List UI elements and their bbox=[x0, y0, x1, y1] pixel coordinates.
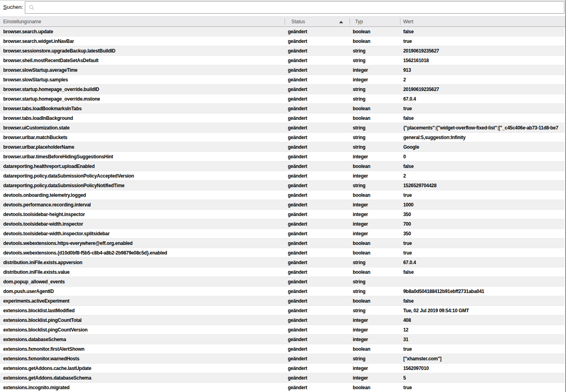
pref-type: boolean bbox=[350, 298, 400, 304]
table-row[interactable]: experiments.activeExperiment geändert bo… bbox=[0, 296, 564, 306]
table-row[interactable]: distribution.iniFile.exists.value geände… bbox=[0, 267, 564, 277]
table-row[interactable]: browser.uiCustomization.state geändert s… bbox=[0, 123, 564, 133]
table-row[interactable]: datareporting.policy.dataSubmissionPolic… bbox=[0, 171, 564, 181]
table-row[interactable]: extensions.databaseSchema geändert integ… bbox=[0, 335, 564, 344]
table-row[interactable]: extensions.blocklist.pingCountVersion ge… bbox=[0, 325, 564, 335]
pref-value: {"placements":{"widget-overflow-fixed-li… bbox=[400, 125, 564, 131]
pref-type: boolean bbox=[350, 385, 400, 390]
table-row[interactable]: browser.urlbar.timesBeforeHidingSuggesti… bbox=[0, 152, 564, 162]
pref-status: geändert bbox=[285, 308, 350, 313]
pref-type: string bbox=[350, 144, 400, 150]
search-box[interactable] bbox=[25, 1, 564, 14]
pref-type: integer bbox=[350, 202, 400, 208]
pref-type: integer bbox=[350, 337, 400, 342]
column-header-typ[interactable]: Typ bbox=[350, 17, 400, 26]
pref-status: geändert bbox=[285, 279, 350, 285]
pref-value: 0 bbox=[400, 154, 564, 160]
pref-status: geändert bbox=[285, 183, 350, 188]
pref-status: geändert bbox=[285, 135, 350, 140]
table-row[interactable]: browser.shell.mostRecentDateSetAsDefault… bbox=[0, 56, 564, 65]
table-row[interactable]: extensions.fxmonitor.firstAlertShown geä… bbox=[0, 344, 564, 354]
pref-name: extensions.getAddons.cache.lastUpdate bbox=[0, 366, 285, 371]
pref-value: Google bbox=[400, 144, 564, 150]
pref-value: 20190619235627 bbox=[400, 48, 564, 54]
pref-value: 9b8a0d504188412b91ebff2731aba041 bbox=[400, 289, 564, 294]
table-row[interactable]: extensions.getAddons.databaseSchema geän… bbox=[0, 373, 564, 383]
column-header-wert[interactable]: Wert bbox=[400, 17, 564, 26]
table-row[interactable]: devtools.webextensions.{d10d0bf8-f5b5-c8… bbox=[0, 248, 564, 258]
column-header-label: Wert bbox=[403, 19, 413, 24]
pref-type: boolean bbox=[350, 346, 400, 352]
table-row[interactable]: devtools.onboarding.telemetry.logged geä… bbox=[0, 190, 564, 200]
table-row[interactable]: browser.search.widget.inNavBar geändert … bbox=[0, 36, 564, 46]
about-config-page: Suchen: Einstellungsname Status Typ Wert… bbox=[0, 0, 566, 392]
pref-name: dom.push.userAgentID bbox=[0, 289, 285, 294]
pref-type: integer bbox=[350, 154, 400, 160]
table-row[interactable]: browser.sessionstore.upgradeBackup.lates… bbox=[0, 46, 564, 56]
pref-status: geändert bbox=[285, 154, 350, 160]
pref-type: integer bbox=[350, 67, 400, 73]
column-separator bbox=[285, 18, 285, 25]
pref-status: geändert bbox=[285, 317, 350, 323]
table-row[interactable]: browser.search.update geändert boolean f… bbox=[0, 27, 564, 36]
pref-status: geändert bbox=[285, 144, 350, 150]
table-row[interactable]: dom.popup_allowed_events geändert string bbox=[0, 277, 564, 287]
pref-status: geändert bbox=[285, 125, 350, 131]
table-row[interactable]: browser.tabs.loadInBackground geändert b… bbox=[0, 113, 564, 123]
pref-status: geändert bbox=[285, 289, 350, 294]
pref-status: geändert bbox=[285, 202, 350, 208]
table-row[interactable]: extensions.fxmonitor.warnedHosts geänder… bbox=[0, 354, 564, 364]
search-toolbar: Suchen: bbox=[0, 0, 566, 16]
pref-value: 20190619235627 bbox=[400, 87, 564, 92]
pref-name: extensions.incognito.migrated bbox=[0, 385, 285, 390]
column-header-einstellungsname[interactable]: Einstellungsname bbox=[0, 17, 285, 26]
column-separator bbox=[350, 18, 350, 25]
pref-status: geändert bbox=[285, 337, 350, 342]
table-row[interactable]: extensions.blocklist.lastModified geände… bbox=[0, 306, 564, 315]
table-row[interactable]: browser.startup.homepage_override.buildI… bbox=[0, 85, 564, 94]
pref-value: 408 bbox=[400, 317, 564, 323]
pref-value: 67.0.4 bbox=[400, 260, 564, 265]
table-row[interactable]: distribution.iniFile.exists.appversion g… bbox=[0, 258, 564, 267]
table-row[interactable]: dom.push.userAgentID geändert string 9b8… bbox=[0, 287, 564, 296]
pref-value: 1562097010 bbox=[400, 366, 564, 371]
table-row[interactable]: devtools.toolsidebar-width.inspector geä… bbox=[0, 219, 564, 229]
pref-type: string bbox=[350, 135, 400, 140]
pref-name: devtools.toolsidebar-width.inspector.spl… bbox=[0, 231, 285, 236]
table-row[interactable]: devtools.performance.recording.interval … bbox=[0, 200, 564, 210]
table-row[interactable]: browser.slowStartup.averageTime geändert… bbox=[0, 65, 564, 75]
pref-name: devtools.webextensions.{d10d0bf8-f5b5-c8… bbox=[0, 250, 285, 256]
pref-name: browser.uiCustomization.state bbox=[0, 125, 285, 131]
table-row[interactable]: extensions.incognito.migrated geändert b… bbox=[0, 383, 564, 392]
pref-value: 700 bbox=[400, 221, 564, 227]
pref-name: datareporting.policy.dataSubmissionPolic… bbox=[0, 173, 285, 179]
table-row[interactable]: browser.startup.homepage_override.mstone… bbox=[0, 94, 564, 104]
table-row[interactable]: browser.urlbar.placeholderName geändert … bbox=[0, 142, 564, 152]
pref-status: geändert bbox=[285, 29, 350, 34]
search-input[interactable] bbox=[25, 2, 564, 13]
pref-name: browser.sessionstore.upgradeBackup.lates… bbox=[0, 48, 285, 54]
pref-name: browser.startup.homepage_override.mstone bbox=[0, 96, 285, 102]
pref-type: integer bbox=[350, 173, 400, 179]
pref-type: boolean bbox=[350, 164, 400, 169]
table-row[interactable]: extensions.getAddons.cache.lastUpdate ge… bbox=[0, 364, 564, 373]
pref-name: extensions.blocklist.pingCountVersion bbox=[0, 327, 285, 333]
pref-value: 5 bbox=[400, 375, 564, 381]
table-row[interactable]: browser.urlbar.matchBuckets geändert str… bbox=[0, 133, 564, 142]
pref-status: geändert bbox=[285, 269, 350, 275]
table-row[interactable]: browser.slowStartup.samples geändert int… bbox=[0, 75, 564, 85]
table-row[interactable]: devtools.webextensions.https-everywhere@… bbox=[0, 238, 564, 248]
table-row[interactable]: devtools.toolsidebar-width.inspector.spl… bbox=[0, 229, 564, 238]
table-row[interactable]: browser.tabs.loadBookmarksInTabs geänder… bbox=[0, 104, 564, 113]
pref-type: boolean bbox=[350, 115, 400, 121]
pref-name: browser.search.widget.inNavBar bbox=[0, 38, 285, 44]
pref-type: string bbox=[350, 183, 400, 188]
pref-type: string bbox=[350, 289, 400, 294]
table-row[interactable]: extensions.blocklist.pingCountTotal geän… bbox=[0, 315, 564, 325]
table-row[interactable]: datareporting.healthreport.uploadEnabled… bbox=[0, 162, 564, 171]
pref-status: geändert bbox=[285, 356, 350, 362]
pref-value: false bbox=[400, 164, 564, 169]
pref-value: true bbox=[400, 385, 564, 390]
table-row[interactable]: devtools.toolsidebar-height.inspector ge… bbox=[0, 210, 564, 219]
table-row[interactable]: datareporting.policy.dataSubmissionPolic… bbox=[0, 181, 564, 190]
